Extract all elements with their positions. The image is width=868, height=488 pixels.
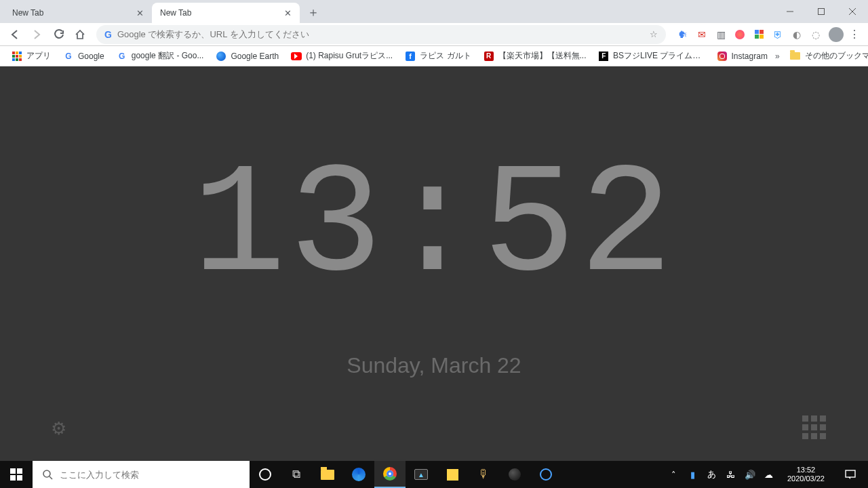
photos-button[interactable]: ▲: [406, 461, 437, 488]
tab-title: New Tab: [160, 8, 282, 18]
close-icon[interactable]: ✕: [134, 7, 145, 18]
cortana-button[interactable]: [530, 461, 561, 488]
extension-icons: 🗣 ✉ ▥ ⛨ ◐ ◌: [673, 28, 826, 41]
minimize-button[interactable]: [774, 0, 806, 23]
newtab-page: 13:52 Sunday, March 22 ⚙: [0, 66, 868, 461]
mic-app-button[interactable]: 🎙: [468, 461, 499, 488]
instagram-icon: [717, 52, 727, 61]
start-button[interactable]: [0, 461, 33, 488]
bookmark-bsfuji[interactable]: F BSフジLIVE プライムニ...: [594, 48, 709, 64]
search-icon: [42, 469, 53, 480]
edge-button[interactable]: [343, 461, 374, 488]
tab-strip: New Tab ✕ New Tab ✕ ＋: [0, 0, 323, 23]
window-close-button[interactable]: [837, 0, 868, 23]
windows-taskbar: ⧉ ▲ 🎙 ˄ ▮ あ 🖧 🔊 ☁ 13:52 2020/03/22: [0, 461, 868, 488]
onedrive-icon[interactable]: ☁: [763, 470, 775, 480]
action-center-button[interactable]: [837, 461, 864, 488]
svg-line-5: [50, 476, 52, 479]
tray-chevron-up-icon[interactable]: ˄: [668, 470, 680, 480]
ime-icon[interactable]: あ: [706, 468, 718, 481]
bookmark-google-earth[interactable]: Google Earth: [211, 48, 283, 64]
network-icon[interactable]: 🖧: [725, 470, 737, 480]
windows-logo-icon: [10, 468, 22, 481]
cortana-circle-icon[interactable]: [250, 461, 281, 488]
google-icon: G: [104, 29, 112, 40]
bookmark-star-icon[interactable]: ☆: [650, 29, 658, 39]
folder-icon: [321, 470, 334, 480]
svg-rect-1: [818, 9, 825, 15]
extension-icon[interactable]: ▥: [715, 28, 727, 41]
profile-avatar[interactable]: [829, 27, 844, 42]
gmail-extension-icon[interactable]: ✉: [696, 28, 708, 41]
browser-tab-0[interactable]: New Tab ✕: [4, 3, 152, 23]
close-icon[interactable]: ✕: [282, 7, 293, 18]
extension-icon[interactable]: ◐: [791, 28, 803, 41]
taskbar-clock[interactable]: 13:52 2020/03/22: [782, 466, 830, 483]
cortana-icon: [540, 468, 552, 481]
svg-rect-6: [846, 470, 855, 477]
svg-point-4: [43, 470, 50, 477]
clock-date: Sunday, March 22: [347, 353, 521, 378]
taskbar-pinned: ⧉ ▲ 🎙: [250, 461, 561, 488]
new-tab-button[interactable]: ＋: [304, 3, 323, 22]
browser-toolbar: G Google で検索するか、URL を入力してください ☆ 🗣 ✉ ▥ ⛨ …: [0, 23, 868, 46]
photos-icon: ▲: [414, 469, 428, 480]
forward-button[interactable]: [27, 25, 46, 44]
apps-grid-icon[interactable]: [802, 415, 826, 439]
taskbar-search[interactable]: [33, 461, 250, 488]
bookmark-facebook[interactable]: f ラピス ガルト: [400, 48, 475, 64]
chrome-button[interactable]: [374, 461, 406, 488]
bookmark-youtube[interactable]: (1) Rapisu Grutラピス...: [286, 48, 397, 64]
apps-icon: [12, 52, 22, 61]
address-bar[interactable]: G Google で検索するか、URL を入力してください ☆: [96, 25, 666, 44]
extension-icon[interactable]: [734, 28, 746, 41]
home-button[interactable]: [71, 25, 90, 44]
bookmarks-bar: アプリ G Google G google 翻訳 - Goo... Google…: [0, 46, 868, 66]
edge-icon: [352, 468, 366, 481]
tray-icon[interactable]: ▮: [687, 470, 699, 480]
file-explorer-button[interactable]: [312, 461, 343, 488]
system-tray: ˄ ▮ あ 🖧 🔊 ☁ 13:52 2020/03/22: [664, 461, 868, 488]
extension-icon[interactable]: ◌: [810, 28, 822, 41]
folder-icon: [790, 52, 800, 60]
bookmark-apps[interactable]: アプリ: [7, 48, 56, 64]
browser-titlebar: New Tab ✕ New Tab ✕ ＋: [0, 0, 868, 23]
other-bookmarks-folder[interactable]: その他のブックマーク: [785, 48, 868, 64]
browser-tab-1[interactable]: New Tab ✕: [152, 3, 300, 23]
sticky-notes-button[interactable]: [437, 461, 468, 488]
tab-title: New Tab: [12, 8, 134, 18]
back-button[interactable]: [5, 25, 24, 44]
window-controls: [774, 0, 868, 23]
chrome-menu-button[interactable]: ⋮: [846, 26, 863, 43]
bookmark-rakuten[interactable]: R 【楽天市場】【送料無...: [479, 48, 591, 64]
reload-button[interactable]: [49, 25, 68, 44]
earth-icon: [216, 52, 226, 61]
facebook-icon: f: [406, 52, 415, 61]
bookmark-instagram[interactable]: Instagram: [712, 48, 772, 64]
google-icon: G: [63, 51, 74, 62]
volume-icon[interactable]: 🔊: [744, 470, 756, 480]
translate-extension-icon[interactable]: 🗣: [677, 28, 689, 41]
clock-time: 13:52: [192, 150, 675, 306]
omnibox-placeholder: Google で検索するか、URL を入力してください: [117, 28, 309, 41]
extension-icon[interactable]: ⛨: [772, 28, 784, 41]
chrome-icon: [383, 467, 397, 481]
settings-gear-icon[interactable]: ⚙: [51, 418, 66, 439]
rakuten-icon: R: [484, 52, 494, 61]
google-icon: G: [117, 51, 127, 62]
bookmark-google[interactable]: G Google: [58, 48, 109, 64]
fuji-icon: F: [599, 52, 608, 61]
youtube-icon: [291, 52, 302, 60]
task-view-button[interactable]: ⧉: [281, 461, 312, 488]
bookmark-overflow-button[interactable]: »: [775, 52, 780, 61]
app-button[interactable]: [499, 461, 530, 488]
maximize-button[interactable]: [806, 0, 837, 23]
note-icon: [447, 469, 458, 481]
bookmark-google-translate[interactable]: G google 翻訳 - Goo...: [112, 48, 209, 64]
extension-icon[interactable]: [753, 28, 765, 41]
taskbar-search-input[interactable]: [60, 470, 240, 480]
